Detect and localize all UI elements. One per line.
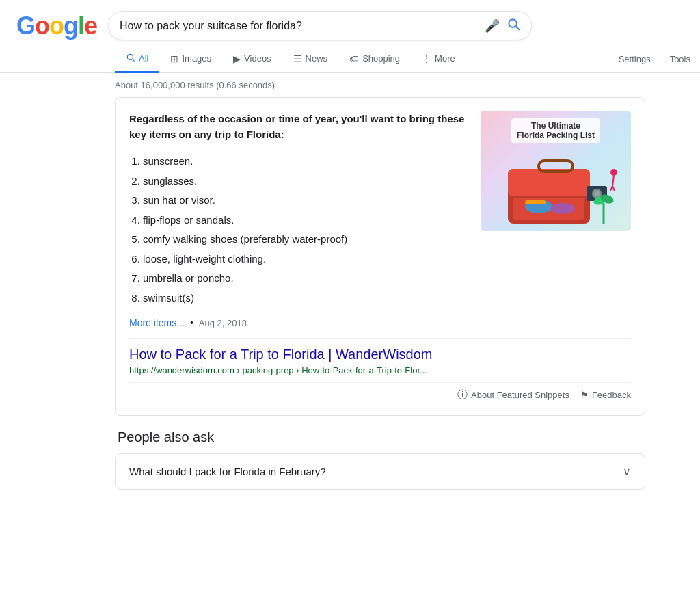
svg-point-17 [610, 169, 617, 176]
tab-news[interactable]: ☰ News [282, 47, 339, 73]
tab-more[interactable]: ⋮ More [411, 47, 466, 73]
svg-point-13 [594, 191, 600, 196]
snippet-date: Aug 2, 2018 [199, 318, 247, 328]
more-icon: ⋮ [422, 53, 431, 64]
snippet-footer: More items... • Aug 2, 2018 [129, 317, 467, 328]
svg-rect-10 [525, 200, 546, 204]
more-items-link[interactable]: More items... [129, 317, 185, 328]
paa-question: What should I pack for Florida in Februa… [129, 466, 326, 477]
source-title[interactable]: How to Pack for a Trip to Florida | Wand… [129, 347, 433, 362]
tools-link[interactable]: Tools [660, 47, 700, 71]
people-also-ask-section: People also ask What should I pack for F… [0, 429, 700, 490]
question-circle-icon: ⓘ [457, 388, 468, 401]
about-snippets-link[interactable]: ⓘ About Featured Snippets [457, 388, 569, 401]
settings-link[interactable]: Settings [609, 47, 660, 71]
nav-right: Settings Tools [609, 47, 700, 71]
snippet-date-separator: • [190, 317, 193, 328]
svg-line-3 [133, 59, 135, 62]
paa-item[interactable]: What should I pack for Florida in Februa… [115, 453, 645, 490]
tab-shopping[interactable]: 🏷 Shopping [338, 47, 411, 73]
svg-line-18 [612, 176, 614, 186]
nav-tabs: All ⊞ Images ▶ Videos ☰ News 🏷 Shopping … [0, 46, 700, 73]
snippet-actions: ⓘ About Featured Snippets ⚑ Feedback [129, 382, 631, 401]
image-title-line2: Florida Packing List [517, 131, 595, 140]
list-item: sun hat or visor. [143, 191, 467, 211]
tab-all[interactable]: All [115, 46, 159, 73]
tab-more-label: More [435, 53, 455, 64]
paa-title: People also ask [115, 429, 645, 445]
snippet-text: Regardless of the occasion or time of ye… [129, 111, 467, 328]
source-url: https://wanderwisdom.com › packing-prep … [129, 365, 631, 375]
svg-line-20 [612, 186, 615, 191]
list-item: loose, light-weight clothing. [143, 250, 467, 269]
list-item: sunglasses. [143, 172, 467, 191]
feedback-link[interactable]: ⚑ Feedback [580, 390, 631, 400]
snippet-description: Regardless of the occasion or time of ye… [129, 111, 467, 142]
flag-icon: ⚑ [580, 390, 589, 400]
svg-point-9 [550, 203, 575, 214]
shopping-icon: 🏷 [349, 53, 359, 64]
results-count: About 16,000,000 results (0.66 seconds) [0, 73, 700, 97]
tab-shopping-label: Shopping [362, 53, 400, 64]
snippet-source: How to Pack for a Trip to Florida | Wand… [129, 338, 631, 375]
news-icon: ☰ [293, 53, 302, 64]
search-icons: 🎤 [485, 17, 520, 34]
suitcase-svg [487, 148, 624, 230]
list-item: umbrella or poncho. [143, 269, 467, 289]
search-button[interactable] [507, 17, 520, 34]
list-item: comfy walking shoes (preferably water-pr… [143, 230, 467, 250]
list-item: flip-flops or sandals. [143, 211, 467, 230]
snippet-list: sunscreen. sunglasses. sun hat or visor.… [129, 152, 467, 308]
tab-all-label: All [139, 53, 148, 64]
list-item: sunscreen. [143, 152, 467, 172]
featured-snippet: Regardless of the occasion or time of ye… [115, 97, 645, 416]
header: Google 🎤 [0, 0, 700, 46]
image-title-overlay: The Ultimate Florida Packing List [511, 118, 600, 143]
snippet-content: Regardless of the occasion or time of ye… [129, 111, 631, 328]
chevron-down-icon: ∨ [623, 465, 631, 478]
svg-line-1 [516, 27, 520, 30]
google-logo: Google [16, 12, 97, 40]
search-bar: 🎤 [108, 11, 532, 40]
tab-videos-label: Videos [244, 53, 271, 64]
tab-videos[interactable]: ▶ Videos [222, 47, 282, 73]
images-icon: ⊞ [170, 53, 178, 64]
list-item: swimsuit(s) [143, 289, 467, 308]
tab-news-label: News [306, 53, 328, 64]
microphone-icon[interactable]: 🎤 [485, 18, 500, 34]
snippet-image: The Ultimate Florida Packing List [481, 111, 631, 328]
image-title-line1: The Ultimate [517, 121, 595, 131]
tab-images-label: Images [182, 53, 211, 64]
search-input[interactable] [120, 20, 485, 32]
all-icon [126, 53, 135, 64]
tab-images[interactable]: ⊞ Images [159, 47, 222, 73]
image-placeholder: The Ultimate Florida Packing List [481, 111, 631, 231]
videos-icon: ▶ [233, 53, 241, 64]
